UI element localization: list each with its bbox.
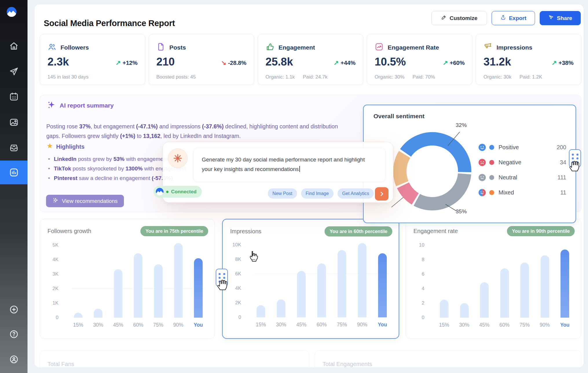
send-button[interactable]	[375, 187, 389, 201]
x-tick-label: 45%	[113, 322, 123, 328]
new-post-button[interactable]: New Post	[268, 188, 297, 199]
legend-dot	[489, 190, 494, 195]
legend-value: 200	[557, 144, 566, 151]
donut-callout-bottom: 35%	[456, 208, 467, 215]
legend-label: Neutral	[499, 174, 558, 181]
trend-arrow-icon: ↘	[221, 59, 226, 67]
overall-sentiment-panel: Overall sentiment 32% 35% Positive200Neg…	[363, 105, 576, 223]
chart-title: Followers growth	[47, 228, 91, 234]
followers-icon	[47, 42, 56, 52]
percentile-bar	[134, 253, 142, 318]
sidebar-item-calendar[interactable]	[9, 92, 19, 101]
ai-assistant-icon	[168, 148, 188, 168]
chat-message-input[interactable]: Generate my 30 day social media performa…	[193, 148, 386, 182]
sidebar-item-publish[interactable]	[9, 67, 19, 77]
page-title: Social Media Performance Report	[44, 19, 175, 28]
plot-area: 15%30%45%60%75%90%You	[74, 243, 203, 318]
customize-button[interactable]: Customize	[431, 11, 487, 25]
sidebar-item-analytics[interactable]	[9, 168, 19, 177]
y-axis: 5K4K3K2K1K0	[47, 243, 58, 318]
sentiment-panel-drag-handle[interactable]	[569, 149, 581, 167]
chart-title: Engagement rate	[413, 228, 458, 234]
percentile-bar	[257, 305, 265, 318]
x-tick-label: 90%	[173, 322, 183, 328]
x-tick-label: 15%	[256, 322, 266, 328]
main-content: Social Media Performance Report Customiz…	[34, 4, 584, 368]
find-image-button[interactable]: Find Image	[301, 188, 334, 199]
impressions-panel-drag-handle[interactable]	[216, 269, 228, 287]
legend-dot	[489, 175, 494, 180]
legend-row: Negative34	[478, 155, 566, 170]
engagement-rate-chart: Engagement rate You are in 90th percenti…	[406, 219, 581, 339]
sidebar-item-home[interactable]	[9, 41, 19, 51]
legend-label: Positive	[499, 144, 557, 151]
export-button[interactable]: Export	[492, 11, 535, 25]
app-logo[interactable]	[7, 7, 21, 21]
x-tick-label: 90%	[540, 322, 550, 328]
legend-dot	[489, 145, 494, 150]
star-icon	[46, 143, 53, 151]
y-tick-label: 8	[422, 257, 424, 263]
megaphone-icon	[483, 42, 492, 52]
trend-arrow-icon: ↗	[116, 59, 121, 67]
sidebar-item-inbox[interactable]	[9, 143, 19, 152]
sidebar-item-media[interactable]	[9, 117, 19, 127]
trend-arrow-icon: ↗	[334, 59, 339, 67]
y-tick-label: 10K	[232, 242, 241, 248]
legend-value: 11	[560, 189, 566, 196]
card-title: Total Engagements	[323, 361, 372, 367]
percentile-badge: You are in 75th percentile	[140, 226, 208, 236]
y-tick-label: 5K	[52, 242, 58, 248]
y-tick-label: 0	[239, 314, 241, 320]
get-analytics-button[interactable]: Get Analytics	[338, 188, 374, 199]
chat-text-line: Generate my 30 day social media performa…	[202, 155, 385, 164]
ai-summary-title: AI report summary	[60, 102, 114, 109]
sidebar-item-account[interactable]	[9, 354, 19, 364]
followers-growth-chart: Followers growth You are in 75th percent…	[40, 219, 215, 339]
y-tick-label: 8K	[235, 256, 241, 262]
kpi-subtext: Organic: 30%Paid: 70%	[375, 74, 435, 80]
x-tick-label: 30%	[93, 322, 103, 328]
view-recommendations-button[interactable]: View recommendations	[46, 195, 124, 207]
percentile-bar	[541, 255, 549, 318]
card-title: Total Fans	[47, 361, 74, 367]
y-tick-label: 3K	[52, 271, 58, 277]
x-tick-label: 60%	[499, 322, 510, 328]
percentile-bar	[500, 268, 509, 318]
y-tick-label: 4K	[52, 257, 58, 263]
y-tick-label: 6	[422, 271, 424, 277]
thumbs-up-icon	[265, 42, 274, 52]
percentile-bar	[94, 309, 102, 318]
kpi-card-engagement-rate: Engagement Rate 10.5% ↗+60% Organic: 30%…	[367, 34, 472, 85]
legend-label: Negative	[499, 159, 560, 166]
kpi-card-followers: Followers 2.3k ↗+12% 145 in last 30 days	[40, 34, 145, 85]
donut-callout-top: 32%	[456, 122, 467, 128]
trend-arrow-icon: ↗	[443, 59, 448, 67]
y-tick-label: 4	[422, 286, 424, 292]
kpi-subtext: 145 in last 30 days	[47, 74, 89, 80]
y-tick-label: 10	[419, 242, 424, 248]
sentiment-face-icon	[478, 159, 486, 166]
percentile-bar	[297, 271, 306, 317]
x-tick-label: 75%	[337, 322, 347, 328]
y-axis: 10K8K6K4K2K0	[230, 243, 241, 317]
percentile-bar	[338, 250, 346, 318]
y-tick-label: 2	[422, 300, 424, 306]
ai-chat-overlay: Generate my 30 day social media performa…	[163, 142, 393, 203]
x-tick-label: You	[378, 322, 387, 328]
sidebar-item-add[interactable]	[9, 305, 19, 314]
kpi-card-impressions: Impressions 31.2k ↗+38% Organic: 30kPaid…	[476, 34, 581, 85]
y-tick-label: 1K	[52, 300, 58, 306]
percentile-bar	[358, 243, 367, 317]
plot-area: 15%30%45%60%75%90%You	[256, 243, 387, 317]
sentiment-face-icon	[478, 143, 486, 151]
x-tick-label: You	[560, 322, 569, 328]
y-tick-label: 2K	[235, 300, 241, 306]
percentile-bar	[277, 299, 285, 318]
highlights-heading: Highlights	[46, 143, 85, 151]
sparkle-icon	[52, 197, 59, 205]
total-fans-card: Total Fans	[40, 350, 309, 368]
sidebar-item-help[interactable]	[9, 329, 19, 339]
total-engagements-card: Total Engagements	[315, 350, 581, 368]
share-button[interactable]: Share	[540, 11, 581, 25]
